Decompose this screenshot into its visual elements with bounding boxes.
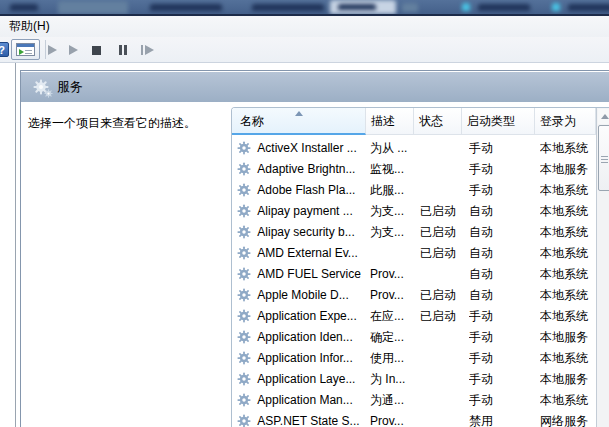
pause-service-button[interactable] xyxy=(117,41,135,59)
service-name: Application Laye... xyxy=(257,372,355,386)
services-panel: 服务 选择一个项目来查看它的描述。 名称 描述 状态 启动类型 登录为 xyxy=(20,70,609,427)
service-status: 已启动 xyxy=(420,285,462,306)
service-description: 监视... xyxy=(370,159,414,180)
gear-icon xyxy=(237,414,251,427)
background-tab-favicon xyxy=(462,3,470,11)
background-tab[interactable] xyxy=(10,4,38,11)
service-description: Prov... xyxy=(370,264,414,285)
service-status xyxy=(420,138,462,159)
service-logon-as: 本地系统 xyxy=(540,222,596,243)
table-row[interactable]: Application Iden... 确定... 手动 本地服务 xyxy=(232,327,596,348)
service-startup-type: 手动 xyxy=(469,390,535,411)
gear-icon xyxy=(237,225,251,239)
service-description: 此服... xyxy=(370,180,414,201)
gear-icon xyxy=(237,183,251,197)
column-header-name[interactable]: 名称 xyxy=(232,108,366,135)
background-tab[interactable] xyxy=(252,4,324,11)
table-row[interactable]: AMD FUEL Service Prov... 自动 本地系统 xyxy=(232,264,596,285)
column-header-description[interactable]: 描述 xyxy=(366,108,414,135)
service-startup-type: 手动 xyxy=(469,348,535,369)
service-description xyxy=(370,243,414,264)
service-name: Apple Mobile D... xyxy=(257,288,348,302)
column-header-startup-type[interactable]: 启动类型 xyxy=(462,108,535,135)
list-header: 名称 描述 状态 启动类型 登录为 xyxy=(232,108,596,135)
start-service-button[interactable] xyxy=(48,41,66,59)
service-startup-type: 手动 xyxy=(469,306,535,327)
sort-ascending-icon xyxy=(295,111,303,116)
vertical-scrollbar[interactable] xyxy=(596,108,609,427)
show-console-tree-icon xyxy=(16,43,35,56)
menu-bar: 帮助(H) xyxy=(0,16,609,37)
service-status xyxy=(420,180,462,201)
table-row[interactable]: Application Laye... 为 In... 手动 本地服务 xyxy=(232,369,596,390)
gear-icon xyxy=(237,141,251,155)
console-tree-pane-edge[interactable] xyxy=(15,63,16,427)
service-status: 已启动 xyxy=(420,243,462,264)
gear-icon xyxy=(237,246,251,260)
start-service-icon xyxy=(48,45,57,55)
services-panel-header: 服务 xyxy=(21,72,609,102)
service-logon-as: 本地系统 xyxy=(540,201,596,222)
service-description: 使用... xyxy=(370,348,414,369)
service-startup-type: 手动 xyxy=(469,159,535,180)
table-row[interactable]: Application Man... 为通... 手动 本地系统 xyxy=(232,390,596,411)
service-startup-type: 手动 xyxy=(469,180,535,201)
background-tab[interactable] xyxy=(478,4,530,11)
service-logon-as: 本地系统 xyxy=(540,264,596,285)
scrollbar-up-button[interactable] xyxy=(598,109,609,124)
service-name: Application Man... xyxy=(257,393,352,407)
service-status xyxy=(420,390,462,411)
stop-service-button[interactable] xyxy=(92,41,110,59)
service-startup-type: 手动 xyxy=(469,138,535,159)
service-name: Application Infor... xyxy=(257,351,352,365)
service-logon-as: 本地系统 xyxy=(540,306,596,327)
restart-service-button[interactable] xyxy=(140,41,158,59)
table-row[interactable]: Adaptive Brightn... 监视... 手动 本地服务 xyxy=(232,159,596,180)
gear-icon xyxy=(237,372,251,386)
background-tab[interactable] xyxy=(58,1,128,14)
service-startup-type: 自动 xyxy=(469,201,535,222)
panel-title: 服务 xyxy=(57,72,83,102)
service-startup-type: 自动 xyxy=(469,285,535,306)
table-row[interactable]: Alipay payment ... 为支... 已启动 自动 本地系统 xyxy=(232,201,596,222)
service-logon-as: 网络服务 xyxy=(540,411,596,427)
table-row[interactable]: AMD External Ev... 已启动 自动 本地系统 xyxy=(232,243,596,264)
service-startup-type: 自动 xyxy=(469,264,535,285)
table-row[interactable]: Application Expe... 在应... 已启动 手动 本地系统 xyxy=(232,306,596,327)
service-status xyxy=(420,369,462,390)
service-name: ASP.NET State S... xyxy=(257,414,359,427)
background-tab[interactable] xyxy=(150,4,222,11)
table-row[interactable]: ActiveX Installer ... 为从 ... 手动 本地系统 xyxy=(232,138,596,159)
table-row[interactable]: Alipay security b... 为支... 已启动 自动 本地系统 xyxy=(232,222,596,243)
column-header-status[interactable]: 状态 xyxy=(414,108,462,135)
services-gear-icon-small xyxy=(44,89,53,98)
service-name: AMD FUEL Service xyxy=(257,267,361,281)
gear-icon xyxy=(237,330,251,344)
service-status xyxy=(420,411,462,427)
service-startup-type: 自动 xyxy=(469,222,535,243)
table-row[interactable]: Application Infor... 使用... 手动 本地系统 xyxy=(232,348,596,369)
scrollbar-thumb[interactable] xyxy=(598,125,609,191)
resume-service-icon xyxy=(69,45,78,55)
service-name: Alipay security b... xyxy=(257,225,354,239)
table-row[interactable]: ASP.NET State S... Prov... 禁用 网络服务 xyxy=(232,411,596,427)
menu-help[interactable]: 帮助(H) xyxy=(6,16,53,37)
service-name: Application Iden... xyxy=(257,330,352,344)
help-icon[interactable]: ? xyxy=(0,42,9,57)
table-row[interactable]: Apple Mobile D... Prov... 已启动 自动 本地系统 xyxy=(232,285,596,306)
table-row[interactable]: Adobe Flash Pla... 此服... 手动 本地系统 xyxy=(232,180,596,201)
service-status xyxy=(420,327,462,348)
service-description: 在应... xyxy=(370,306,414,327)
resume-service-button[interactable] xyxy=(69,41,87,59)
gear-icon xyxy=(237,393,251,407)
service-logon-as: 本地系统 xyxy=(540,285,596,306)
gear-icon xyxy=(237,288,251,302)
show-console-tree-button[interactable] xyxy=(11,39,40,60)
services-console-window: 帮助(H) ? 服务 xyxy=(0,0,609,427)
background-tab-favicon xyxy=(552,3,560,11)
column-header-logon-as[interactable]: 登录为 xyxy=(535,108,596,135)
service-logon-as: 本地系统 xyxy=(540,243,596,264)
background-new-tab-button[interactable] xyxy=(402,3,418,12)
service-status xyxy=(420,348,462,369)
background-tab[interactable] xyxy=(568,4,609,11)
